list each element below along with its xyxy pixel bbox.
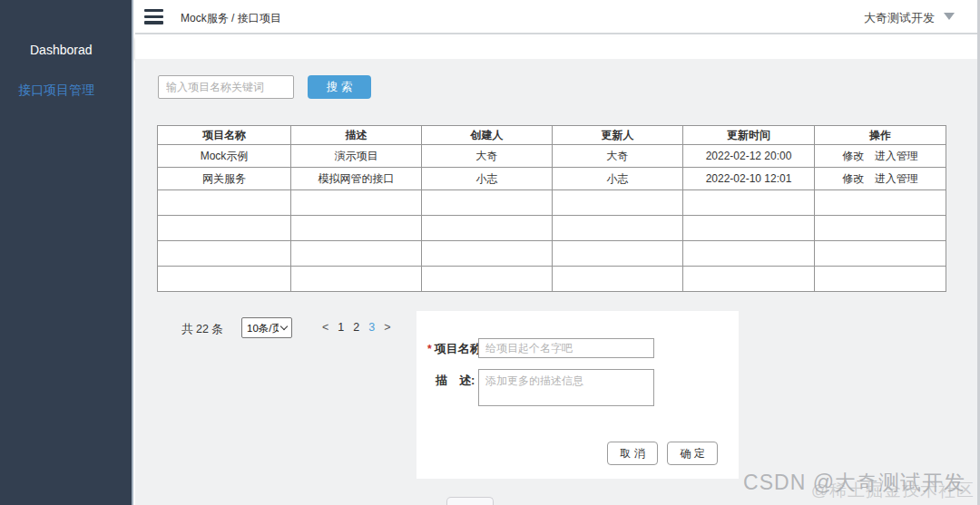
- project-table: 项目名称 描述 创建人 更新人 更新时间 操作 Mock示例 演示项目 大奇 大…: [157, 125, 946, 292]
- sidebar-item-dashboard[interactable]: Dashborad: [30, 43, 93, 57]
- user-menu-label: 大奇测试开发: [864, 11, 935, 24]
- table-row: Mock示例 演示项目 大奇 大奇 2022-02-12 20:00 修改 进入…: [158, 145, 946, 168]
- prev-page-button[interactable]: <: [322, 321, 328, 334]
- cell-update-time: 2022-02-12 20:00: [683, 145, 815, 168]
- page-button-3[interactable]: 3: [368, 321, 375, 334]
- empty-table-row: [158, 216, 946, 241]
- project-form-card: *项目名称: 描 述: 取 消 确 定: [416, 311, 739, 479]
- partial-bottom-button[interactable]: [446, 497, 494, 505]
- project-name-label: *项目名称:: [427, 341, 485, 357]
- empty-table-row: [158, 241, 946, 267]
- col-actions: 操作: [815, 126, 946, 145]
- page-button-2[interactable]: 2: [353, 321, 359, 334]
- cell-updater: 大奇: [553, 145, 683, 168]
- cell-description: 模拟网管的接口: [291, 168, 422, 190]
- breadcrumb: Mock服务 / 接口项目: [181, 11, 281, 26]
- edit-link[interactable]: 修改: [842, 172, 864, 185]
- empty-table-row: [158, 190, 946, 216]
- col-project-name: 项目名称: [158, 126, 291, 145]
- search-input[interactable]: [158, 75, 294, 99]
- page-size-select-wrap: 10条/页: [241, 317, 292, 338]
- pager: <123>: [318, 321, 395, 334]
- search-button[interactable]: 搜 索: [308, 75, 371, 99]
- top-header: Mock服务 / 接口项目 大奇测试开发: [135, 0, 980, 34]
- cell-actions: 修改 进入管理: [815, 168, 946, 190]
- pagination-total: 共 22 条: [181, 322, 223, 337]
- toolbar-band: [135, 36, 980, 59]
- cell-creator: 小志: [422, 168, 553, 190]
- col-update-time: 更新时间: [683, 126, 815, 145]
- col-description: 描述: [291, 126, 422, 145]
- cancel-button[interactable]: 取 消: [607, 442, 658, 465]
- sidebar: Dashborad 接口项目管理: [0, 0, 133, 505]
- cell-project-name: 网关服务: [158, 168, 291, 190]
- cell-updater: 小志: [553, 168, 683, 190]
- cell-actions: 修改 进入管理: [815, 145, 946, 168]
- main-content: 搜 索 项目名称 描述 创建人 更新人 更新时间 操作 Mock示例 演示项目 …: [135, 59, 980, 505]
- hamburger-menu-icon[interactable]: [144, 9, 163, 24]
- table-row: 网关服务 模拟网管的接口 小志 小志 2022-02-10 12:01 修改 进…: [158, 168, 946, 190]
- enter-manage-link[interactable]: 进入管理: [875, 150, 918, 162]
- cell-description: 演示项目: [291, 145, 422, 168]
- empty-table-row: [158, 267, 946, 292]
- chevron-down-icon: [944, 13, 955, 20]
- user-menu[interactable]: 大奇测试开发: [864, 10, 955, 26]
- cell-creator: 大奇: [422, 145, 553, 168]
- page-size-select[interactable]: 10条/页: [241, 317, 292, 338]
- page-button-1[interactable]: 1: [338, 321, 344, 334]
- description-field[interactable]: [478, 369, 654, 406]
- col-creator: 创建人: [422, 126, 553, 145]
- confirm-button[interactable]: 确 定: [667, 442, 718, 465]
- required-mark: *: [427, 343, 432, 355]
- next-page-button[interactable]: >: [384, 321, 390, 334]
- table-header: 项目名称 描述 创建人 更新人 更新时间 操作: [158, 126, 946, 145]
- project-name-field[interactable]: [478, 338, 654, 358]
- sidebar-item-project-management[interactable]: 接口项目管理: [18, 83, 94, 99]
- cell-project-name: Mock示例: [158, 145, 291, 168]
- description-label: 描 述:: [436, 373, 475, 389]
- enter-manage-link[interactable]: 进入管理: [875, 172, 918, 185]
- col-updater: 更新人: [553, 126, 683, 145]
- cell-update-time: 2022-02-10 12:01: [683, 168, 815, 190]
- edit-link[interactable]: 修改: [842, 150, 864, 162]
